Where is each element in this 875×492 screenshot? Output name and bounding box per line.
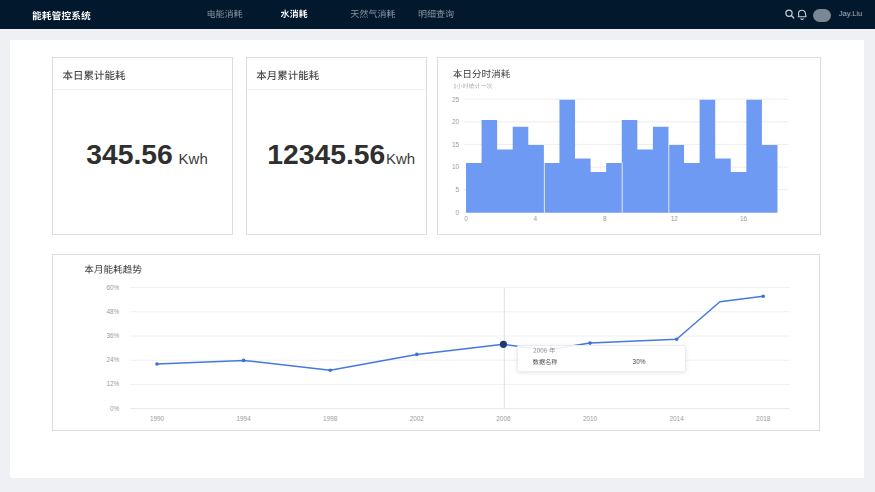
svg-text:30%: 30% (633, 358, 646, 365)
